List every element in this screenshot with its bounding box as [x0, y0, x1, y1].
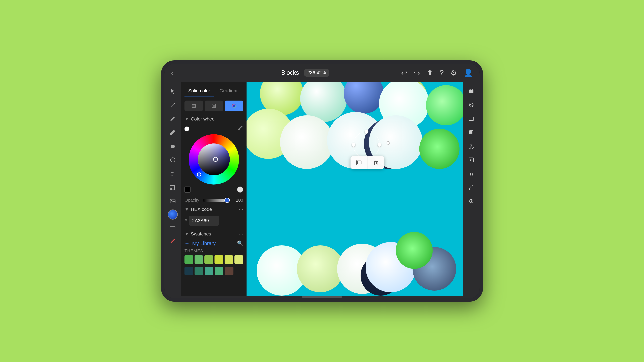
- svg-point-27: [238, 129, 240, 130]
- tablet-screen: ‹ Blocks 236.42% ↩ ↪ ⬆ ? ⚙ 👤: [164, 64, 480, 298]
- tab-solid-color[interactable]: Solid color: [184, 85, 214, 97]
- swatch-dark-3[interactable]: [204, 267, 213, 275]
- masks-icon[interactable]: [465, 113, 477, 125]
- swatch-dark-2[interactable]: [194, 267, 203, 275]
- project-title: Blocks: [281, 69, 299, 76]
- wheel-hue-handle[interactable]: [197, 172, 201, 176]
- swatch-dark-5[interactable]: [225, 267, 234, 275]
- color-wheel-area: [181, 123, 246, 196]
- opacity-slider-thumb[interactable]: [224, 198, 230, 203]
- svg-rect-37: [469, 92, 474, 93]
- warp-icon[interactable]: [465, 181, 477, 193]
- pixel-icon[interactable]: [465, 126, 477, 138]
- swatches-header[interactable]: ▼ Swatches ···: [181, 229, 246, 239]
- color-wheel[interactable]: [189, 134, 239, 185]
- selection-handle-right[interactable]: [378, 143, 381, 147]
- color-mode-wheel[interactable]: [225, 100, 243, 111]
- svg-line-0: [170, 104, 174, 107]
- effects-icon[interactable]: [465, 99, 477, 111]
- transform-tool[interactable]: [167, 181, 179, 193]
- shape-tool[interactable]: [167, 154, 179, 166]
- magic-wand-tool[interactable]: [167, 99, 179, 111]
- svg-point-4: [170, 158, 175, 162]
- color-mode-row: [181, 97, 246, 115]
- text-tool[interactable]: T: [167, 168, 179, 180]
- image-tool[interactable]: [167, 195, 179, 207]
- redo-icon[interactable]: ↪: [414, 68, 420, 77]
- selection-handle-left[interactable]: [352, 143, 355, 147]
- white-indicator: [184, 126, 189, 131]
- popup-edit-btn[interactable]: [350, 156, 367, 169]
- brush-tool[interactable]: [167, 113, 179, 125]
- profile-icon[interactable]: 👤: [464, 68, 473, 77]
- share-icon[interactable]: ⬆: [427, 68, 433, 77]
- swatch-dark-1[interactable]: [184, 267, 193, 275]
- redline-tool[interactable]: [167, 235, 179, 247]
- svg-line-46: [470, 145, 471, 147]
- swatch-yellow-1[interactable]: [214, 255, 223, 264]
- svg-rect-9: [170, 188, 172, 190]
- wheel-top-row: [184, 125, 243, 133]
- svg-rect-13: [170, 226, 175, 228]
- layers-icon[interactable]: [465, 85, 477, 97]
- hex-section-header[interactable]: ▼ HEX code ···: [181, 204, 246, 214]
- swatch-green-1[interactable]: [184, 255, 193, 264]
- swatches-arrow: ▼: [184, 231, 189, 237]
- select-tool[interactable]: [167, 85, 179, 97]
- svg-rect-43: [470, 131, 472, 134]
- swatches-more[interactable]: ···: [239, 231, 243, 237]
- svg-rect-22: [213, 105, 215, 106]
- circle-mid-2: [280, 115, 334, 169]
- svg-point-26: [233, 105, 235, 107]
- svg-point-2: [174, 103, 175, 104]
- tab-gradient[interactable]: Gradient: [214, 85, 243, 97]
- bottom-handle: [164, 296, 480, 298]
- swatches-row-2: [181, 265, 246, 277]
- hex-input[interactable]: [189, 216, 219, 226]
- back-button[interactable]: ‹: [171, 68, 174, 77]
- svg-rect-8: [174, 185, 175, 186]
- svg-rect-10: [174, 188, 175, 190]
- right-settings-icon[interactable]: [465, 195, 477, 207]
- color-mode-rgb[interactable]: [204, 100, 223, 111]
- themes-label: THEMES: [181, 248, 246, 254]
- cut-icon[interactable]: [465, 140, 477, 152]
- top-bar-left: ‹: [171, 68, 204, 77]
- library-back-icon[interactable]: ←: [184, 241, 190, 246]
- popup-delete-btn[interactable]: [367, 156, 384, 169]
- ruler-tool[interactable]: [167, 221, 179, 233]
- selection-handle-top[interactable]: [364, 130, 368, 134]
- undo-icon[interactable]: ↩: [401, 68, 407, 77]
- swatch-yellow-2[interactable]: [224, 255, 233, 264]
- pencil-tool[interactable]: [167, 126, 179, 138]
- svg-line-47: [471, 145, 472, 147]
- right-sidebar: Tı: [463, 82, 480, 296]
- library-title[interactable]: My Library: [192, 241, 234, 246]
- frame-detect-icon[interactable]: [465, 154, 477, 166]
- wheel-center-handle[interactable]: [213, 157, 218, 162]
- zoom-level: 236.42%: [304, 69, 330, 77]
- svg-text:Tı: Tı: [469, 172, 473, 176]
- settings-icon[interactable]: ⚙: [450, 68, 457, 77]
- swatch-yellow-3[interactable]: [234, 255, 243, 264]
- eraser-tool[interactable]: [167, 140, 179, 152]
- color-mode-grayscale[interactable]: [184, 100, 203, 111]
- text-right-icon[interactable]: Tı: [465, 168, 477, 180]
- color-wheel-header[interactable]: ▼ Color wheel: [181, 115, 246, 123]
- library-search-icon[interactable]: 🔍: [237, 240, 243, 246]
- eyedropper-icon[interactable]: [237, 125, 243, 133]
- svg-rect-7: [170, 185, 172, 186]
- top-bar: ‹ Blocks 236.42% ↩ ↪ ⬆ ? ⚙ 👤: [164, 64, 480, 82]
- selected-circle-handle[interactable]: [386, 141, 390, 145]
- swatch-dark-4[interactable]: [215, 267, 224, 275]
- color-indicator[interactable]: [168, 210, 178, 220]
- help-icon[interactable]: ?: [440, 68, 444, 77]
- hex-more[interactable]: ···: [239, 206, 243, 212]
- swatch-green-3[interactable]: [204, 255, 213, 264]
- canvas-area[interactable]: [246, 82, 463, 296]
- svg-rect-36: [469, 91, 474, 92]
- color-tabs: Solid color Gradient: [181, 82, 246, 97]
- opacity-slider[interactable]: [202, 199, 230, 202]
- swatch-green-2[interactable]: [194, 255, 203, 264]
- svg-text:T: T: [171, 171, 174, 176]
